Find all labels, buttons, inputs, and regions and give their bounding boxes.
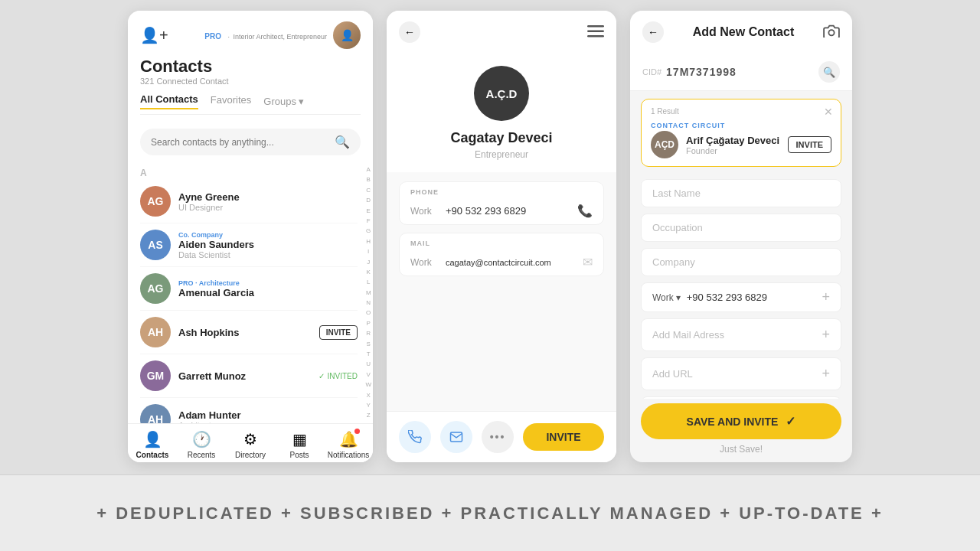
contact-name: Garrett Munoz bbox=[178, 370, 311, 382]
more-button[interactable]: ••• bbox=[482, 421, 514, 453]
contact-avatar: A.Ç.D bbox=[474, 66, 529, 121]
result-name: Arif Çağatay Deveci bbox=[686, 135, 779, 146]
mail-value: cagatay@contactcircuit.com bbox=[446, 258, 575, 267]
posts-nav-icon: ▦ bbox=[292, 430, 307, 448]
camera-icon[interactable] bbox=[823, 24, 840, 41]
result-row: AÇD Arif Çağatay Deveci Founder INVITE bbox=[651, 131, 831, 158]
list-item[interactable]: AG Ayne Greene UI Designer bbox=[140, 180, 358, 223]
contact-name: Adam Hunter bbox=[178, 409, 358, 421]
phone-type-selector[interactable]: Work ▾ bbox=[652, 292, 681, 303]
back-button[interactable]: ← bbox=[399, 21, 420, 43]
contact-role: Architecture bbox=[178, 421, 358, 424]
add-user-button[interactable]: 👤+ bbox=[140, 26, 168, 44]
contacts-subtitle: 321 Connected Contact bbox=[140, 77, 361, 86]
nav-directory[interactable]: ⚙ Directory bbox=[226, 430, 275, 459]
tab-all-contacts[interactable]: All Contacts bbox=[140, 93, 198, 109]
user-title-sep: · bbox=[227, 33, 230, 41]
check-icon: ✓ bbox=[786, 414, 795, 429]
invite-button[interactable]: INVITE bbox=[523, 423, 604, 451]
invited-label: INVITED bbox=[328, 372, 358, 380]
svg-rect-2 bbox=[587, 35, 604, 37]
search-icon: 🔍 bbox=[823, 67, 835, 78]
nav-recents[interactable]: 🕐 Recents bbox=[177, 430, 226, 459]
contact-fields: PHONE Work +90 532 293 6829 📞 MAIL Work … bbox=[387, 172, 616, 411]
contact-role: UI Designer bbox=[178, 203, 358, 212]
check-icon: ✓ bbox=[318, 372, 325, 380]
last-name-field[interactable]: Last Name bbox=[641, 179, 841, 207]
contact-name: Ayne Greene bbox=[178, 191, 358, 203]
cid-search-button[interactable]: 🔍 bbox=[818, 61, 840, 83]
save-invite-label: SAVE AND INVITE bbox=[687, 416, 779, 428]
svg-point-3 bbox=[828, 30, 834, 35]
contact-info: Co. Company Aiden Saunders Data Scientis… bbox=[178, 231, 358, 259]
phone-value: +90 532 293 6829 bbox=[687, 292, 822, 303]
nav-contacts[interactable]: 👤 Contacts bbox=[128, 430, 177, 459]
invite-button[interactable]: INVITE bbox=[319, 325, 358, 340]
directory-nav-icon: ⚙ bbox=[243, 430, 257, 448]
list-item[interactable]: AS Co. Company Aiden Saunders Data Scien… bbox=[140, 223, 358, 267]
phone-field-group: PHONE Work +90 532 293 6829 📞 bbox=[399, 181, 604, 225]
add-url-row[interactable]: Add URL + bbox=[641, 357, 841, 390]
save-and-invite-button[interactable]: SAVE AND INVITE ✓ bbox=[641, 403, 841, 439]
phone-chevron-icon: ▾ bbox=[676, 292, 681, 303]
contact-info: Garrett Munoz bbox=[178, 370, 311, 382]
add-address-row[interactable]: Add Adress + bbox=[641, 396, 841, 399]
company-field[interactable]: Company bbox=[641, 248, 841, 276]
avatar: AS bbox=[140, 230, 171, 260]
contact-detail-panel: ← A.Ç.D Cagatay Deveci Entrepreneur bbox=[387, 11, 616, 462]
nav-notifications-label: Notifications bbox=[328, 451, 369, 459]
add-mail-icon[interactable]: + bbox=[822, 327, 830, 343]
add-contact-title: Add New Contact bbox=[693, 25, 794, 39]
nav-contacts-label: Contacts bbox=[136, 451, 169, 459]
nav-recents-label: Recents bbox=[188, 451, 216, 459]
avatar-icon: 👤 bbox=[341, 29, 354, 41]
close-result-button[interactable]: ✕ bbox=[824, 106, 833, 118]
list-item[interactable]: AG PRO · Architecture Amenual Garcia bbox=[140, 267, 358, 311]
result-info: Arif Çağatay Deveci Founder bbox=[686, 135, 779, 155]
svg-rect-1 bbox=[587, 30, 604, 32]
tab-favorites[interactable]: Favorites bbox=[211, 94, 251, 109]
mail-field-group: MAIL Work cagatay@contactcircuit.com ✉ bbox=[399, 233, 604, 276]
search-icon[interactable]: 🔍 bbox=[335, 135, 350, 149]
mail-label: MAIL bbox=[400, 233, 603, 249]
just-save-button[interactable]: Just Save! bbox=[630, 444, 852, 462]
phone-type: Work bbox=[410, 206, 438, 217]
add-phone-icon[interactable]: + bbox=[822, 289, 830, 305]
avatar: AH bbox=[140, 404, 171, 423]
add-url-icon[interactable]: + bbox=[822, 366, 830, 382]
back-button[interactable]: ← bbox=[642, 21, 664, 43]
add-user-icon: 👤+ bbox=[140, 26, 168, 44]
tab-groups[interactable]: Groups ▾ bbox=[263, 96, 304, 107]
list-item[interactable]: GM Garrett Munoz ✓ INVITED bbox=[140, 354, 358, 398]
occupation-field[interactable]: Occupation bbox=[641, 214, 841, 242]
nav-posts-label: Posts bbox=[289, 451, 309, 459]
menu-icon[interactable] bbox=[587, 24, 604, 41]
avatar[interactable]: 👤 bbox=[333, 21, 361, 49]
nav-directory-label: Directory bbox=[235, 451, 266, 459]
add-mail-row[interactable]: Add Mail Adress + bbox=[641, 318, 841, 351]
phone-row: Work +90 532 293 6829 📞 bbox=[400, 197, 603, 224]
avatar: GM bbox=[140, 360, 171, 391]
cid-bar: CID# 17M7371998 🔍 bbox=[630, 54, 852, 91]
alphabet-bar: A B C D E F G H I J K L M N O P R bbox=[365, 163, 371, 423]
phone-call-icon[interactable]: 📞 bbox=[577, 204, 593, 218]
nav-posts[interactable]: ▦ Posts bbox=[275, 430, 324, 459]
mail-button[interactable] bbox=[440, 421, 472, 453]
avatar: AG bbox=[140, 273, 171, 304]
list-item[interactable]: AH Adam Hunter Architecture bbox=[140, 398, 358, 423]
nav-notifications[interactable]: 🔔 Notifications bbox=[324, 430, 373, 459]
search-bar: 🔍 bbox=[140, 129, 361, 155]
add-url-label: Add URL bbox=[652, 368, 693, 380]
contact-circuit-label: CONTACT CIRCUIT bbox=[651, 122, 831, 129]
call-button[interactable] bbox=[399, 421, 431, 453]
contact-info: Adam Hunter Architecture bbox=[178, 409, 358, 424]
add-contact-form: Last Name Occupation Company Work ▾ +90 … bbox=[630, 174, 852, 399]
search-input[interactable] bbox=[151, 137, 328, 148]
contact-info: Ash Hopkins bbox=[178, 327, 312, 338]
result-invite-button[interactable]: INVITE bbox=[788, 136, 831, 153]
back-arrow-icon: ← bbox=[404, 26, 415, 38]
contact-role: Entrepreneur bbox=[475, 149, 528, 160]
list-item[interactable]: AH Ash Hopkins INVITE bbox=[140, 311, 358, 354]
mail-send-icon[interactable]: ✉ bbox=[583, 255, 593, 269]
phone-type-label: Work bbox=[652, 292, 674, 303]
